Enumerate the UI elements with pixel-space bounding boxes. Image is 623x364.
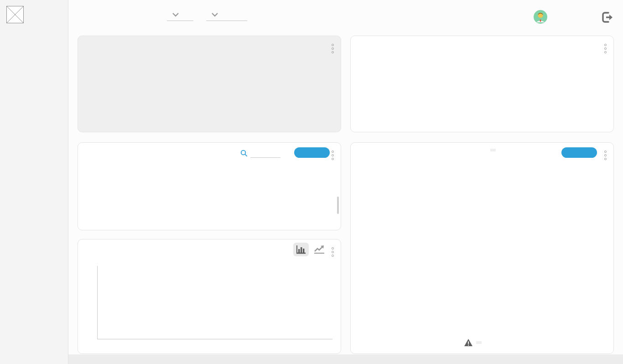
line-chart-icon xyxy=(314,245,325,254)
bar-chart-toggle-button[interactable] xyxy=(293,243,309,256)
storage-card xyxy=(350,142,614,354)
my-journals-card xyxy=(78,142,341,230)
search-input[interactable] xyxy=(250,149,280,158)
add-button[interactable] xyxy=(294,147,330,158)
table-scrollbar[interactable] xyxy=(337,197,339,214)
avatar xyxy=(534,10,547,24)
storage-free-text xyxy=(490,149,496,151)
bar-chart-icon xyxy=(296,245,306,254)
logout-icon xyxy=(601,11,614,24)
chevron-down-icon xyxy=(212,13,218,17)
brand-logo-placeholder-icon xyxy=(6,6,24,23)
storage-warning xyxy=(464,339,482,346)
remuneration-card xyxy=(78,239,341,354)
kebab-menu-icon[interactable] xyxy=(331,150,335,161)
kebab-menu-icon[interactable] xyxy=(331,43,335,54)
month-dropdown[interactable] xyxy=(206,12,247,21)
line-chart-toggle-button[interactable] xyxy=(312,243,327,256)
kebab-menu-icon[interactable] xyxy=(603,43,607,54)
brand-logo-row xyxy=(6,6,28,23)
warning-icon xyxy=(464,339,472,346)
journals-table-header xyxy=(78,171,341,180)
kebab-menu-icon[interactable] xyxy=(603,150,607,161)
journal-search xyxy=(240,149,280,158)
chevron-down-icon xyxy=(172,13,179,17)
app-root xyxy=(0,0,623,364)
search-icon xyxy=(240,150,248,157)
remuneration-bar-chart xyxy=(97,266,332,339)
my-work-card xyxy=(350,36,614,132)
sidebar xyxy=(0,0,68,364)
continue-working-card xyxy=(78,36,341,132)
kebab-menu-icon[interactable] xyxy=(331,246,335,258)
user-profile[interactable] xyxy=(534,10,553,24)
storage-warning-text xyxy=(476,341,482,344)
logout-button[interactable] xyxy=(601,11,614,24)
refresh-button[interactable] xyxy=(561,147,597,158)
year-dropdown[interactable] xyxy=(167,12,193,21)
